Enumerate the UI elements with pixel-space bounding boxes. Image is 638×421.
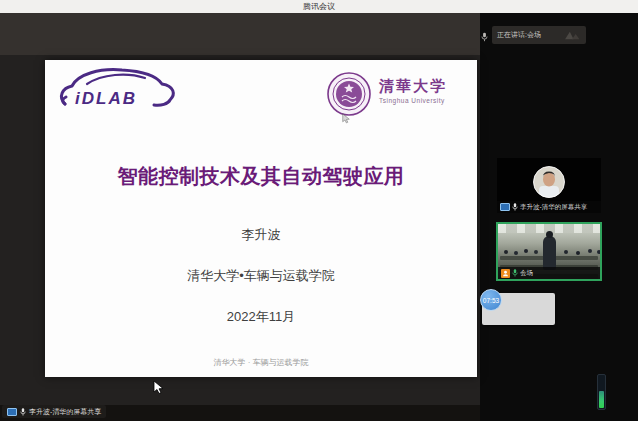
window-titlebar: 腾讯会议 bbox=[0, 0, 638, 13]
speaking-label: 正在讲话:会场 bbox=[497, 30, 541, 40]
mic-active-icon bbox=[512, 269, 518, 277]
idlab-logo-text: iDLAB bbox=[75, 89, 137, 108]
volume-meter bbox=[597, 374, 606, 410]
window-title: 腾讯会议 bbox=[303, 2, 335, 11]
participant-tile-venue[interactable]: 会场 bbox=[496, 222, 602, 281]
tsinghua-name-cn: 清華大学 bbox=[379, 78, 447, 95]
screen-share-banner: 李升波-清华的屏幕共享 bbox=[2, 405, 106, 418]
classroom-speaker-silhouette bbox=[543, 236, 556, 270]
idlab-logo: iDLAB bbox=[55, 66, 181, 117]
presentation-slide: iDLAB 清華大学 Tsinghua University 智能控制技术及其自… bbox=[45, 60, 477, 377]
volume-level bbox=[599, 391, 604, 408]
tile-label-bar: 李升波-清华的屏幕共享 bbox=[497, 201, 601, 213]
participant-tile-presenter[interactable]: 李升波-清华的屏幕共享 bbox=[497, 158, 601, 213]
timer-value: 07:53 bbox=[483, 297, 499, 304]
slide-title: 智能控制技术及其自动驾驶应用 bbox=[45, 163, 477, 190]
participants-panel bbox=[480, 13, 638, 421]
avatar bbox=[533, 166, 565, 202]
mic-icon bbox=[512, 203, 518, 211]
mouse-cursor bbox=[153, 380, 164, 399]
tsinghua-name-en: Tsinghua University bbox=[379, 97, 447, 104]
timer-badge: 07:53 bbox=[480, 289, 502, 311]
classroom-students bbox=[504, 250, 508, 254]
slide-footer: 清华大学 · 车辆与运载学院 bbox=[45, 357, 477, 368]
remote-cursor bbox=[342, 110, 350, 128]
share-banner-label: 李升波-清华的屏幕共享 bbox=[29, 407, 101, 417]
slide-date: 2022年11月 bbox=[45, 308, 477, 326]
tile-name: 会场 bbox=[520, 269, 533, 278]
tile-label-bar: 会场 bbox=[498, 267, 600, 279]
screen-share-icon bbox=[500, 203, 510, 211]
mic-icon bbox=[20, 408, 26, 416]
slide-author: 李升波 bbox=[45, 226, 477, 244]
host-badge-icon bbox=[501, 269, 510, 278]
speaking-indicator: 正在讲话:会场 bbox=[492, 26, 586, 44]
microphone-icon bbox=[481, 28, 488, 46]
slide-affiliation: 清华大学•车辆与运载学院 bbox=[45, 267, 477, 285]
tile-name: 李升波-清华的屏幕共享 bbox=[520, 203, 587, 212]
meeting-logo-icon bbox=[564, 26, 581, 44]
meeting-window: 腾讯会议 iDLAB 清華大学 Tsing bbox=[0, 0, 638, 421]
screen-share-icon bbox=[7, 408, 17, 416]
